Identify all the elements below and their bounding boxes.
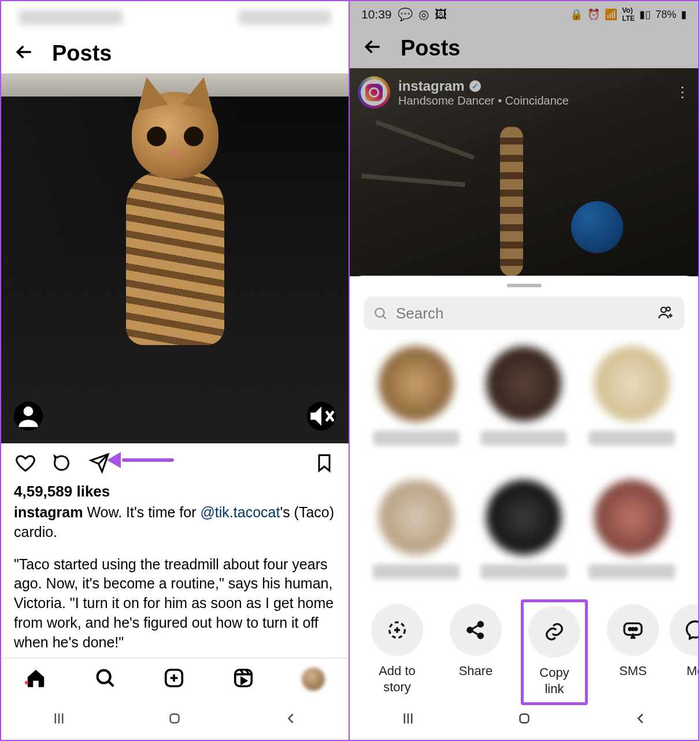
share-contacts-grid <box>350 330 698 598</box>
recents-button[interactable] <box>50 710 68 729</box>
contact-item[interactable] <box>364 480 469 592</box>
search-placeholder: Search <box>396 305 649 323</box>
status-signal-icon: ▮▯ <box>639 8 651 21</box>
author-username[interactable]: instagram <box>398 78 465 94</box>
share-options-row: Add to story Share Copy link SMS Me <box>350 598 698 705</box>
share-messenger-button[interactable]: Me <box>678 604 698 679</box>
svg-point-7 <box>666 307 671 311</box>
status-chat-icon: 💬 <box>398 8 413 21</box>
share-copy-link-button[interactable]: Copy link <box>521 599 588 705</box>
sheet-grab-handle[interactable] <box>507 284 542 287</box>
caption-username[interactable]: instagram <box>14 504 83 520</box>
post-media-video[interactable] <box>1 73 349 443</box>
share-sms-button[interactable]: SMS <box>599 604 666 679</box>
phone-left-screenshot: Posts <box>0 0 350 741</box>
annotation-arrow <box>110 455 174 464</box>
audio-attribution[interactable]: Handsome Dancer • Coincidance <box>398 94 569 108</box>
contact-item[interactable] <box>364 346 469 459</box>
status-lock-icon: 🔒 <box>570 8 583 21</box>
caption-body: "Taco started using the treadmill about … <box>14 555 336 653</box>
tagged-people-icon[interactable] <box>14 402 43 431</box>
blurred-status-bar <box>1 1 349 33</box>
svg-rect-16 <box>520 714 528 723</box>
svg-rect-4 <box>171 714 179 723</box>
status-alarm-icon: ⏰ <box>587 8 600 21</box>
bookmark-icon[interactable] <box>313 451 336 475</box>
posts-header: Posts <box>1 33 349 73</box>
android-nav-bar <box>1 704 349 735</box>
svg-point-1 <box>97 670 110 683</box>
posts-header: Posts <box>350 28 698 68</box>
share-bottom-sheet: Search Add to story Share C <box>350 276 698 740</box>
share-add-to-story-button[interactable]: Add to story <box>364 604 431 695</box>
status-time: 10:39 <box>361 8 392 21</box>
instagram-logo-icon <box>365 84 383 101</box>
contact-item[interactable] <box>471 346 576 459</box>
search-field[interactable]: Search <box>364 297 684 330</box>
svg-point-6 <box>661 307 666 313</box>
svg-point-15 <box>635 628 637 630</box>
status-wifi-icon: 📶 <box>605 8 617 21</box>
like-heart-icon[interactable] <box>14 451 37 475</box>
contact-item[interactable] <box>471 480 576 592</box>
mute-icon[interactable] <box>307 402 336 431</box>
bottom-nav <box>1 658 349 699</box>
create-group-icon[interactable] <box>657 303 675 324</box>
author-avatar[interactable] <box>358 76 390 109</box>
caption-mention[interactable]: @tik.tacocat <box>200 504 280 520</box>
nav-profile-avatar[interactable] <box>302 668 325 691</box>
post-action-row <box>1 443 349 479</box>
back-arrow-icon[interactable] <box>361 35 384 61</box>
page-title: Posts <box>401 36 460 61</box>
comment-bubble-icon[interactable] <box>51 451 74 475</box>
phone-right-screenshot: 10:39 💬 ◎ 🖼 🔒 ⏰ 📶 Vo)LTE ▮▯ 78% ▮ Posts <box>350 0 699 741</box>
nav-search-icon[interactable] <box>94 667 116 691</box>
back-arrow-icon[interactable] <box>13 40 36 66</box>
back-button[interactable] <box>632 710 649 729</box>
home-button[interactable] <box>166 710 183 729</box>
more-options-icon[interactable]: ⋯ <box>673 84 691 101</box>
home-button[interactable] <box>516 710 533 729</box>
status-image-icon: 🖼 <box>435 8 447 21</box>
svg-point-0 <box>24 406 34 416</box>
status-bar: 10:39 💬 ◎ 🖼 🔒 ⏰ 📶 Vo)LTE ▮▯ 78% ▮ <box>350 1 698 28</box>
post-caption[interactable]: instagram Wow. It's time for @tik.tacoca… <box>1 501 349 664</box>
post-header-overlay: instagram Handsome Dancer • Coincidance … <box>358 76 690 109</box>
search-icon <box>373 306 388 321</box>
android-nav-bar <box>350 704 698 735</box>
nav-create-icon[interactable] <box>163 667 185 691</box>
cat-illustration <box>106 92 245 346</box>
recents-button[interactable] <box>399 710 417 729</box>
share-generic-button[interactable]: Share <box>442 604 509 679</box>
svg-point-5 <box>375 308 384 317</box>
page-title: Posts <box>52 41 112 66</box>
status-volte-icon: Vo)LTE <box>622 6 635 23</box>
status-ig-icon: ◎ <box>418 8 429 21</box>
contact-item[interactable] <box>579 480 684 592</box>
contact-item[interactable] <box>579 346 684 459</box>
back-button[interactable] <box>282 710 299 729</box>
verified-badge-icon <box>469 80 481 92</box>
post-media-video[interactable]: instagram Handsome Dancer • Coincidance … <box>350 68 698 276</box>
nav-reels-icon[interactable] <box>232 667 254 691</box>
status-battery-icon: ▮ <box>681 8 687 21</box>
nav-home-icon[interactable] <box>25 667 47 691</box>
status-battery-text: 78% <box>655 9 676 21</box>
likes-count[interactable]: 4,59,589 likes <box>1 479 349 501</box>
